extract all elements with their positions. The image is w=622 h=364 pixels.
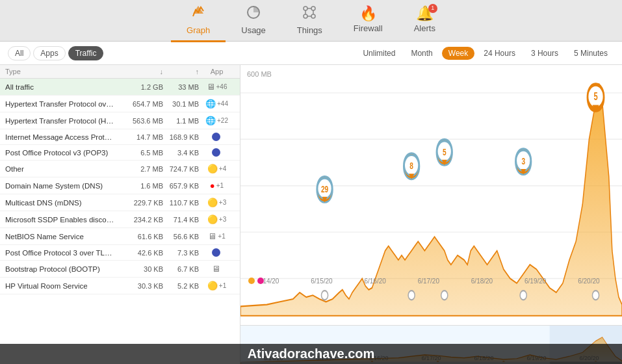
table-row[interactable]: Post Office Protocol v3 (POP3) 6.5 MB 3.… <box>0 145 240 161</box>
table-row[interactable]: Hypertext Transfer Protocol (HTTP) 563.6… <box>0 112 240 129</box>
row-type: All traffic <box>5 83 114 91</box>
table-row[interactable]: Post Office Protocol 3 over TLS/SSL (P..… <box>0 245 240 261</box>
usage-icon <box>246 5 261 23</box>
row-down: 1.6 MB <box>114 182 163 190</box>
row-app: 🟡 +1 <box>199 281 235 291</box>
things-icon <box>302 5 317 23</box>
row-type: Other <box>5 165 114 173</box>
row-app: 🖥 +46 <box>199 82 235 92</box>
chart-area: 600 MB <box>240 65 622 325</box>
row-up: 657.9 KB <box>163 182 199 190</box>
row-down: 654.7 MB <box>114 100 163 108</box>
table-row[interactable]: HP Virtual Room Service 30.3 KB 5.2 KB 🟡… <box>0 278 240 294</box>
svg-point-5 <box>311 14 315 18</box>
svg-text:8: 8 <box>409 161 413 171</box>
firewall-icon: 🔥 <box>359 6 377 21</box>
alerts-badge: 1 <box>428 4 437 13</box>
svg-point-31 <box>408 291 415 300</box>
time-24hours[interactable]: 24 Hours <box>477 47 522 60</box>
row-up: 724.7 KB <box>163 165 199 173</box>
header-up: ↑ <box>163 68 199 75</box>
alerts-icon: 🔔 1 <box>416 6 434 21</box>
row-down: 14.7 MB <box>114 133 163 141</box>
table-row[interactable]: Multicast DNS (mDNS) 229.7 KB 110.7 KB 🟡… <box>0 194 240 211</box>
nav-usage[interactable]: Usage <box>226 0 281 42</box>
row-up: 110.7 KB <box>163 199 199 207</box>
table-row[interactable]: Other 2.7 MB 724.7 KB 🟡 +4 <box>0 161 240 177</box>
row-down: 61.6 KB <box>114 233 163 240</box>
chart-panel: 600 MB <box>240 65 622 364</box>
time-week[interactable]: Week <box>442 47 474 60</box>
row-up: 168.9 KB <box>163 133 199 141</box>
row-up: 3.4 KB <box>163 149 199 157</box>
nav-firewall[interactable]: 🔥 Firewall <box>338 1 398 40</box>
nav-alerts-label: Alerts <box>414 23 435 33</box>
time-5minutes[interactable]: 5 Minutes <box>567 47 614 60</box>
header-type: Type <box>5 68 114 75</box>
row-app: 🌐 +22 <box>199 116 235 125</box>
date-label-1: 6/15/20 <box>311 278 332 285</box>
filter-traffic[interactable]: Traffic <box>68 46 104 60</box>
app-count: +3 <box>219 216 226 223</box>
top-navigation: Graph Usage Things 🔥 Firewa <box>0 0 622 42</box>
date-label-0: 14/20 <box>263 278 279 285</box>
row-up: 6.7 KB <box>163 265 199 273</box>
table-row[interactable]: Bootstrap Protocol (BOOTP) 30 KB 6.7 KB … <box>0 261 240 278</box>
svg-text:5: 5 <box>593 91 598 102</box>
legend-yellow-dot <box>248 278 255 284</box>
nav-graph-label: Graph <box>187 25 210 35</box>
date-label-3: 6/17/20 <box>418 278 439 285</box>
row-down: 30 KB <box>114 265 163 273</box>
main-chart-svg: 29 8 5 <box>240 65 622 325</box>
row-app: 🟡 +3 <box>199 198 235 207</box>
svg-text:3: 3 <box>521 156 525 166</box>
table-row[interactable]: Microsoft SSDP Enables discovery of U...… <box>0 211 240 228</box>
row-app: 🟡 +3 <box>199 214 235 224</box>
row-type: Post Office Protocol v3 (POP3) <box>5 149 114 157</box>
table-row[interactable]: Hypertext Transfer Protocol over SSL/T..… <box>0 96 240 112</box>
svg-point-2 <box>304 6 307 10</box>
row-up: 33 MB <box>163 83 199 91</box>
table-row[interactable]: Domain Name System (DNS) 1.6 MB 657.9 KB… <box>0 177 240 194</box>
filter-all[interactable]: All <box>8 46 31 60</box>
header-down: ↓ <box>114 68 163 75</box>
row-type: Bootstrap Protocol (BOOTP) <box>5 265 114 273</box>
chart-date-labels: 14/20 6/15/20 6/16/20 6/17/20 6/18/20 6/… <box>240 278 622 285</box>
row-down: 6.5 MB <box>114 149 163 157</box>
nav-things-label: Things <box>297 25 322 35</box>
row-up: 7.3 KB <box>163 249 199 257</box>
traffic-rows: All traffic 1.2 GB 33 MB 🖥 +46 Hypertext… <box>0 79 240 294</box>
row-up: 1.1 MB <box>163 117 199 125</box>
row-type: Internet Message Access Protocol over ..… <box>5 133 114 141</box>
header-app: App <box>199 68 235 75</box>
time-unlimited[interactable]: Unlimited <box>356 47 402 60</box>
row-down: 30.3 KB <box>114 282 163 290</box>
main-content: Type ↓ ↑ App All traffic 1.2 GB 33 MB 🖥 … <box>0 65 622 364</box>
filter-apps[interactable]: Apps <box>33 46 65 60</box>
row-up: 71.4 KB <box>163 216 199 224</box>
svg-point-30 <box>321 291 328 300</box>
app-count: +4 <box>219 165 226 172</box>
time-month[interactable]: Month <box>404 47 439 60</box>
row-app: ● +1 <box>199 181 235 190</box>
table-row[interactable]: NetBIOS Name Service 61.6 KB 56.6 KB 🖥 +… <box>0 228 240 245</box>
row-app <box>199 248 235 257</box>
svg-point-32 <box>441 291 448 300</box>
graph-icon <box>190 5 206 23</box>
row-type: Microsoft SSDP Enables discovery of U... <box>5 216 114 224</box>
filter-bar: All Apps Traffic Unlimited Month Week 24… <box>0 42 622 65</box>
app-count: +1 <box>218 233 225 240</box>
time-3hours[interactable]: 3 Hours <box>525 47 565 60</box>
table-row[interactable]: Internet Message Access Protocol over ..… <box>0 129 240 145</box>
row-down: 1.2 GB <box>114 83 163 91</box>
date-label-2: 6/16/20 <box>364 278 385 285</box>
table-row[interactable]: All traffic 1.2 GB 33 MB 🖥 +46 <box>0 79 240 96</box>
nav-things[interactable]: Things <box>281 0 338 42</box>
svg-text:29: 29 <box>321 184 328 194</box>
nav-graph[interactable]: Graph <box>171 0 226 42</box>
row-down: 42.6 KB <box>114 249 163 257</box>
row-app: 🟡 +4 <box>199 164 235 174</box>
nav-alerts[interactable]: 🔔 1 Alerts <box>398 1 451 40</box>
row-type: Hypertext Transfer Protocol over SSL/T..… <box>5 100 114 108</box>
svg-point-3 <box>311 6 315 10</box>
